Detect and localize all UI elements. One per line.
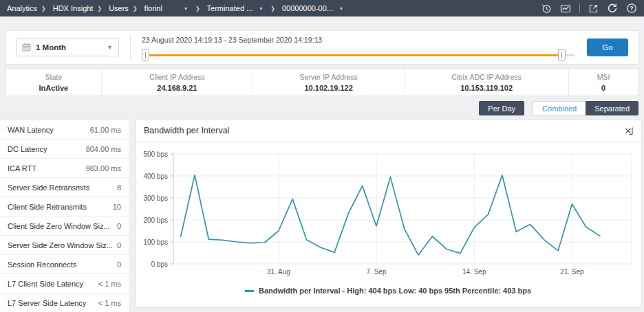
open-new-window-icon[interactable] [588, 3, 599, 14]
info-header: Citrix ADC IP Address [451, 73, 522, 81]
info-value: 10.153.119.102 [460, 84, 513, 92]
metric-row[interactable]: L7 Server Side Latency< 1 ms [0, 293, 129, 312]
separated-button[interactable]: Separated [586, 101, 638, 115]
chevron-right-icon: ❯ [195, 5, 200, 12]
info-col-msi: MSI 0 [568, 69, 638, 96]
metric-row[interactable]: L7 Client Side Latency< 1 ms [0, 274, 129, 293]
session-metrics-panel: WAN Latency61.00 msDC Latency804.00 msIC… [0, 120, 130, 312]
info-col-adc-ip: Citrix ADC IP Address 10.153.119.102 [404, 69, 568, 96]
metric-value: 0 [117, 241, 121, 249]
bandwidth-chart-svg: 500 bps400 bps300 bps200 bps100 bps0 bps… [139, 146, 637, 286]
chevron-down-icon: ▼ [107, 44, 113, 51]
chevron-down-icon: ▾ [259, 5, 262, 12]
svg-text:200 bps: 200 bps [143, 216, 168, 224]
metric-row[interactable]: ICA RTT983.00 ms [0, 159, 129, 178]
chevron-right-icon: ❯ [270, 5, 275, 12]
metric-label: Server Side Retransmits [8, 183, 89, 192]
metric-label: WAN Latency [8, 126, 54, 134]
metric-row[interactable]: Server Side Retransmits8 [0, 178, 129, 197]
svg-text:400 bps: 400 bps [143, 172, 168, 180]
info-header: Server IP Address [299, 73, 357, 81]
info-col-state: State InActive [6, 69, 101, 96]
info-header: State [45, 73, 63, 81]
combined-separated-toggle: Combined Separated [533, 101, 638, 115]
metric-label: Session Reconnects [8, 260, 76, 269]
chevron-down-icon: ▾ [184, 5, 187, 12]
svg-text:?: ? [630, 5, 634, 12]
history-clock-icon[interactable] [541, 3, 552, 14]
svg-text:21. Sep: 21. Sep [560, 268, 584, 276]
metric-label: Client Side Retransmits [8, 203, 87, 211]
slider-handle-start[interactable] [142, 49, 149, 60]
chart-title: Bandwidth per Interval [144, 126, 229, 135]
chevron-right-icon: ❯ [97, 5, 102, 12]
metric-value: 983.00 ms [86, 164, 121, 172]
panel-divider [130, 35, 131, 60]
breadcrumb-hdx-insight[interactable]: HDX Insight ❯ [47, 4, 103, 12]
refresh-icon[interactable] [607, 3, 618, 14]
time-preset-value: 1 Month [36, 43, 66, 52]
breadcrumb-label: 00000000-00... [282, 4, 333, 12]
breadcrumb-label: Users [109, 4, 129, 12]
session-info-panel: State InActive Client IP Address 24.168.… [6, 68, 638, 96]
info-col-server-ip: Server IP Address 10.102.19.122 [253, 69, 404, 96]
breadcrumb-label: Terminated ... [207, 4, 253, 12]
time-selector-panel: 1 Month ▼ 23 August 2020 14:19:13 - 23 S… [6, 30, 638, 65]
svg-text:500 bps: 500 bps [143, 151, 168, 158]
metric-label: L7 Server Side Latency [8, 299, 86, 307]
bandwidth-chart-panel: Bandwidth per Interval 500 bps400 bps300… [136, 120, 642, 308]
svg-text:7. Sep: 7. Sep [367, 268, 387, 276]
legend-text: Bandwidth per Interval - High: 404 bps L… [259, 287, 531, 295]
breadcrumb-analytics[interactable]: Analytics ❯ [7, 4, 47, 12]
breadcrumb-users[interactable]: Users ❯ [103, 4, 138, 12]
chevron-right-icon: ❯ [41, 5, 46, 12]
breadcrumb-session-state-dropdown[interactable]: Terminated ... ▾ ❯ [202, 4, 277, 12]
breadcrumb-user-dropdown[interactable]: florinl ▾ ❯ [139, 4, 202, 12]
chart-legend: Bandwidth per Interval - High: 404 bps L… [139, 287, 637, 295]
time-range-label: 23 August 2020 14:19:13 - 23 September 2… [142, 36, 575, 44]
chevron-down-icon: ▾ [340, 5, 343, 12]
svg-text:0 bps: 0 bps [151, 260, 168, 268]
info-value: InActive [39, 84, 68, 92]
metric-row[interactable]: Server Side Zero Window Siz...0 [0, 236, 129, 255]
metric-label: L7 Client Side Latency [8, 280, 83, 288]
help-icon[interactable]: ? [626, 3, 637, 14]
legend-line-marker [245, 290, 254, 292]
chevron-right-icon: ❯ [133, 5, 138, 12]
metric-value: 10 [113, 203, 121, 211]
metric-value: 8 [117, 183, 121, 192]
svg-text:14. Sep: 14. Sep [462, 268, 486, 276]
calendar-icon [22, 43, 31, 53]
combined-button[interactable]: Combined [533, 101, 586, 115]
time-range-slider[interactable] [142, 49, 575, 61]
metric-value: < 1 ms [98, 299, 121, 307]
metric-label: DC Latency [8, 145, 47, 153]
info-value: 0 [601, 84, 605, 92]
metric-value: 804.00 ms [86, 145, 121, 153]
metric-row[interactable]: Client Side Retransmits10 [0, 197, 129, 216]
go-button[interactable]: Go [587, 38, 628, 56]
svg-text:100 bps: 100 bps [143, 238, 168, 246]
info-header: Client IP Address [149, 73, 204, 81]
svg-text:300 bps: 300 bps [143, 194, 168, 202]
info-value: 24.168.9.21 [157, 84, 197, 92]
metric-row[interactable]: DC Latency804.00 ms [0, 140, 129, 159]
time-preset-dropdown[interactable]: 1 Month ▼ [16, 38, 119, 56]
breadcrumb-label: HDX Insight [53, 4, 94, 12]
metric-value: 61.00 ms [90, 126, 121, 134]
slider-handle-end[interactable] [558, 49, 566, 60]
report-window-icon[interactable] [560, 3, 571, 14]
metric-row[interactable]: Client Side Zero Window Siz...0 [0, 216, 129, 236]
metric-label: Server Side Zero Window Siz... [8, 241, 113, 249]
info-col-client-ip: Client IP Address 24.168.9.21 [101, 69, 253, 96]
breadcrumb-session-id-dropdown[interactable]: 00000000-00... ▾ [277, 4, 343, 12]
top-navigation-bar: Analytics ❯ HDX Insight ❯ Users ❯ florin… [0, 0, 644, 16]
metric-row[interactable]: WAN Latency61.00 ms [0, 120, 129, 140]
metric-value: 0 [117, 260, 121, 269]
per-day-button[interactable]: Per Day [479, 101, 524, 115]
breadcrumb-label: Analytics [7, 4, 37, 12]
metric-value: 0 [117, 222, 121, 230]
metric-row[interactable]: Session Reconnects0 [0, 255, 129, 274]
close-chart-icon[interactable] [625, 126, 634, 135]
toolbar-divider [579, 3, 580, 13]
